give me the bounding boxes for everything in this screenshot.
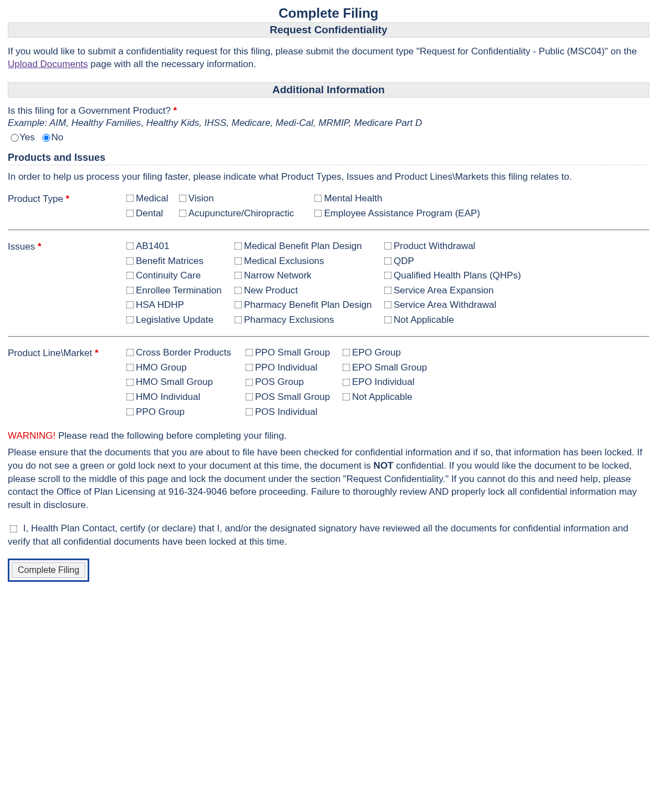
issue-cb[interactable] [235,316,242,324]
market-cb[interactable] [126,364,134,372]
gov-yes-radio[interactable] [11,134,18,141]
market-cb[interactable] [126,349,134,357]
product-type-checkbox: Vision [177,192,310,204]
market-checkbox: EPO Small Group [340,362,451,373]
market-checkbox: POS Individual [243,406,340,418]
market-checkbox: POS Small Group [243,391,340,403]
market-cb[interactable] [246,349,253,357]
cb-label: Not Applicable [352,392,412,402]
product-type-cb-medical[interactable] [126,195,134,202]
issue-cb[interactable] [126,316,134,324]
complete-filing-button[interactable]: Complete Filing [12,562,85,578]
cb-label: PPO Individual [255,362,317,372]
market-cb[interactable] [246,378,253,386]
product-type-cb-vision[interactable] [179,195,186,202]
gov-product-radios: Yes No [8,132,649,144]
product-type-options: Medical Vision Mental Health Dental Acup… [124,192,649,222]
product-type-label-text: Product Type [8,194,63,204]
gov-no-radio[interactable] [43,134,50,141]
product-type-checkbox: Mental Health [312,192,382,204]
warning-line: WARNING! Please read the following befor… [8,430,649,441]
product-type-cb-mental-health[interactable] [314,195,322,202]
market-cb[interactable] [126,393,134,401]
issues-checkbox: AB1401 [124,240,232,252]
issue-cb[interactable] [384,272,392,280]
market-cb[interactable] [343,393,350,401]
certify-checkbox[interactable] [10,525,18,533]
certify-text: I, Health Plan Contact, certify (or decl… [8,523,628,547]
market-cb[interactable] [343,378,350,386]
cb-label: Medical Benefit Plan Design [244,241,362,251]
cb-label: Acupuncture/Chiropractic [189,207,294,218]
cb-label: Service Area Expansion [394,285,494,295]
market-cb[interactable] [126,408,134,415]
product-type-checkbox: Medical [124,192,174,204]
issue-cb[interactable] [384,242,392,250]
required-icon: * [38,241,42,252]
issue-cb[interactable] [126,272,134,280]
issues-checkbox: HSA HDHP [124,299,232,311]
warning-body-bold: NOT [374,460,394,471]
required-icon: * [174,105,177,116]
upload-documents-link[interactable]: Upload Documents [8,59,88,69]
market-cb[interactable] [246,393,253,401]
cb-label: QDP [394,255,414,266]
confidentiality-blurb: If you would like to submit a confidenti… [8,45,649,71]
market-cb[interactable] [343,349,350,357]
gov-product-question: Is this filing for a Government Product?… [8,105,649,116]
issue-cb[interactable] [126,301,134,309]
cb-label: Continuity Care [136,270,201,281]
gov-no-label: No [51,132,63,143]
cb-label: Benefit Matrices [136,255,203,266]
issue-cb[interactable] [235,242,242,250]
issues-checkbox: Medical Benefit Plan Design [232,240,382,252]
product-type-cb-dental[interactable] [126,210,134,217]
issue-cb[interactable] [384,287,392,295]
gov-yes-label: Yes [19,132,35,143]
issue-cb[interactable] [384,301,392,309]
warning-body: Please ensure that the documents that yo… [8,446,649,512]
issue-cb[interactable] [126,287,134,295]
market-checkbox: PPO Group [124,406,243,418]
issue-cb[interactable] [384,257,392,265]
market-checkbox: HMO Group [124,362,243,373]
market-checkbox: PPO Individual [243,362,340,373]
issue-cb[interactable] [126,242,134,250]
cb-label: HMO Group [136,362,187,372]
issues-checkbox: Service Area Expansion [382,285,526,296]
cb-label: Product Withdrawal [394,241,475,251]
market-row: Product Line\Market * Cross Border Produ… [8,347,649,420]
cb-label: Cross Border Products [136,347,231,358]
cb-label: Dental [136,207,163,218]
cb-label: Narrow Network [244,270,312,281]
issues-checkbox: Not Applicable [382,314,526,326]
product-type-cb-eap[interactable] [314,210,322,217]
market-cb[interactable] [246,408,253,415]
cb-label: New Product [244,285,298,295]
issue-cb[interactable] [126,257,134,265]
issues-checkbox: QDP [382,255,526,267]
cb-label: Vision [189,193,214,204]
issue-cb[interactable] [235,272,242,280]
cb-label: Pharmacy Exclusions [244,314,334,324]
market-cb[interactable] [343,364,350,372]
confidentiality-heading: Request Confidentiality [8,22,649,38]
warning-label: WARNING! [8,430,55,441]
cb-label: EPO Group [352,347,401,358]
cb-label: Pharmacy Benefit Plan Design [244,300,372,310]
certify-row: I, Health Plan Contact, certify (or decl… [8,522,649,549]
required-icon: * [66,194,70,204]
market-options: Cross Border ProductsPPO Small GroupEPO … [124,347,649,420]
market-cb[interactable] [126,378,134,386]
product-type-checkbox: Employee Assistance Program (EAP) [312,207,480,219]
product-type-label: Product Type * [8,192,124,205]
products-issues-heading: Products and Issues [8,152,649,165]
issue-cb[interactable] [235,301,242,309]
market-cb[interactable] [246,364,253,372]
issue-cb[interactable] [235,287,242,295]
issues-checkbox: New Product [232,285,382,296]
issue-cb[interactable] [235,257,242,265]
product-type-cb-acupuncture[interactable] [179,210,186,217]
cb-label: Employee Assistance Program (EAP) [324,207,480,218]
issue-cb[interactable] [384,316,392,324]
